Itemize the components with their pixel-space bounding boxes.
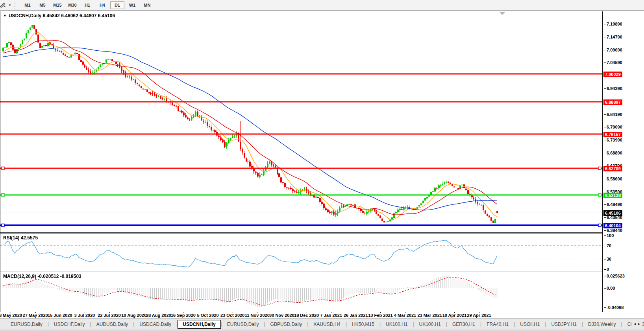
price-tick-label: 6.68890 <box>607 150 622 156</box>
current-price-label: 6.45106 <box>603 210 622 216</box>
rsi-label: RSI(14) 42.5575 <box>3 235 38 241</box>
date-label: 11 Nov 2020 <box>245 313 270 318</box>
chart-plot-canvas[interactable] <box>0 11 603 312</box>
date-label: 29 Apr 2021 <box>467 313 491 318</box>
chart-shift-marker[interactable] <box>500 12 505 15</box>
chart-menu-icon[interactable]: ▼ <box>3 14 7 18</box>
chart-title-text: USDCNH,Daily 6.45842 6.46062 6.44807 6.4… <box>9 13 115 18</box>
timeframe-button-M30[interactable]: M30 <box>65 1 80 9</box>
timeframe-button-M1[interactable]: M1 <box>20 1 35 9</box>
chart-tab-bar: EURUSD,Daily|USDCHF,Daily|AUDUSD,Daily|U… <box>0 318 644 329</box>
date-label: 28 Aug 2020 <box>146 313 171 318</box>
chart-window: ▼ USDCNH,Daily 6.45842 6.46062 6.44807 6… <box>0 11 644 312</box>
timeframe-button-M5[interactable]: M5 <box>35 1 50 9</box>
crosshair-pencil-icon <box>0 2 7 8</box>
date-label: 8 May 2020 <box>0 313 22 318</box>
timeframe-button-MN[interactable]: MN <box>140 1 154 9</box>
timeframe-button-H1[interactable]: H1 <box>80 1 94 9</box>
date-label: 26 Jan 2021 <box>344 313 368 318</box>
price-tick-label: 7.19890 <box>607 21 622 27</box>
macd-axis-label: 0.025623 <box>607 273 625 279</box>
timeframe-button-H4[interactable]: H4 <box>95 1 109 9</box>
rsi-axis-label: 70 <box>607 243 611 248</box>
price-tick-label: 7.04590 <box>607 60 622 65</box>
date-label: 13 Feb 2021 <box>368 313 392 318</box>
tab-scroll-arrows[interactable]: ◂▸ <box>631 322 642 326</box>
date-label: 18 Dec 2020 <box>294 313 319 318</box>
hline-price-label: 6.76157 <box>603 132 622 137</box>
date-label: 7 Jan 2021 <box>320 313 342 318</box>
chart-tab-EURUSD-Daily[interactable]: EURUSD,Daily <box>222 320 264 329</box>
chart-tab-USDCNH-Daily[interactable]: USDCNH,Daily <box>178 320 220 329</box>
hline-price-label: 7.00029 <box>603 72 622 77</box>
price-tick-label: 7.14790 <box>607 34 622 40</box>
chart-tab-USDCHF-Daily[interactable]: USDCHF,Daily <box>49 320 90 329</box>
date-label: 3 Jul 2020 <box>74 313 95 318</box>
timeframe-button-M15[interactable]: M15 <box>50 1 65 9</box>
chart-tab-UK100-H1[interactable]: UK100,H1 <box>381 320 413 329</box>
hline-price-label: 6.88897 <box>603 99 622 105</box>
trading-terminal: ▼ M1M5M15M30H1H4D1W1MN ▼ USDCNH,Daily 6.… <box>0 0 644 331</box>
date-axis[interactable]: 8 May 202027 May 202015 Jun 20203 Jul 20… <box>0 312 644 318</box>
timeframe-button-D1[interactable]: D1 <box>110 1 124 9</box>
hline-price-label: 6.40104 <box>603 223 622 228</box>
date-label: 23 Oct 2020 <box>220 313 244 318</box>
bottom-strip <box>0 329 644 331</box>
price-tick-label: 6.79090 <box>607 124 622 130</box>
date-label: 4 Mar 2021 <box>394 313 416 318</box>
macd-axis-label: -0.04068 <box>607 305 624 310</box>
date-label: 15 Jun 2020 <box>48 313 72 318</box>
price-tick-label: 6.73990 <box>607 137 622 143</box>
date-label: 10 Aug 2020 <box>121 313 146 318</box>
rsi-axis-label: 100 <box>607 233 614 238</box>
chart-title: ▼ USDCNH,Daily 6.45842 6.46062 6.44807 6… <box>3 13 115 18</box>
toolbar-grip <box>15 2 17 9</box>
price-tick-label: 6.94390 <box>607 86 622 91</box>
chart-tab-HK50-M15[interactable]: HK50,M15 <box>347 320 379 329</box>
date-label: 10 Apr 2021 <box>442 313 466 318</box>
hline-price-label: 6.62709 <box>603 166 622 171</box>
price-tick-label: 6.48490 <box>607 202 622 207</box>
chart-tab-DJ30-Weekly[interactable]: DJ30,Weekly <box>583 320 621 329</box>
timeframe-button-W1[interactable]: W1 <box>125 1 139 9</box>
price-tick-label: 6.84190 <box>607 112 622 117</box>
timeframe-buttons: M1M5M15M30H1H4D1W1MN <box>20 1 155 9</box>
chart-tab-USOil-H1[interactable]: USOil,H1 <box>515 320 545 329</box>
price-axis[interactable]: 7.198907.147907.096907.045906.994906.943… <box>602 11 644 312</box>
rsi-axis-label: 0 <box>607 267 609 272</box>
chart-tab-FRA40-H1[interactable]: FRA40,H1 <box>481 320 514 329</box>
date-label: 23 Mar 2021 <box>418 313 442 318</box>
chart-tab-EURUSD-Daily[interactable]: EURUSD,Daily <box>6 320 48 329</box>
chart-tab-GER30-H1[interactable]: GER30,H1 <box>447 320 480 329</box>
price-tick-label: 7.09690 <box>607 47 622 53</box>
chart-tab-XAUUSD-H4[interactable]: XAUUSD,H4 <box>308 320 346 329</box>
tool-dropdown-icon[interactable]: ▼ <box>8 4 11 7</box>
date-label: 16 Sep 2020 <box>171 313 196 318</box>
macd-axis-label: 0.00 <box>607 285 615 291</box>
chart-tab-USDJPY-H1[interactable]: USDJPY,H1 <box>546 320 581 329</box>
rsi-axis-label: 30 <box>607 256 611 262</box>
draw-tool-icon[interactable] <box>0 2 7 8</box>
date-label: 27 May 2020 <box>23 313 48 318</box>
date-label: 30 Nov 2020 <box>269 313 294 318</box>
hline-price-label: 6.52138 <box>603 193 622 198</box>
date-label: 22 Jul 2020 <box>98 313 121 318</box>
toolbar: ▼ M1M5M15M30H1H4D1W1MN <box>0 0 644 11</box>
price-tick-label: 6.58690 <box>607 176 622 182</box>
date-label: 5 Oct 2020 <box>197 313 219 318</box>
macd-label: MACD(12,26,9) -0.020512 -0.019503 <box>3 274 81 279</box>
chart-tab-USDCAD-Daily[interactable]: USDCAD,Daily <box>134 320 176 329</box>
chart-tab-AUDUSD-Daily[interactable]: AUDUSD,Daily <box>91 320 133 329</box>
chart-tab-UK100-H1[interactable]: UK100,H1 <box>414 320 446 329</box>
chart-tab-GBPUSD-Daily[interactable]: GBPUSD,Daily <box>265 320 307 329</box>
